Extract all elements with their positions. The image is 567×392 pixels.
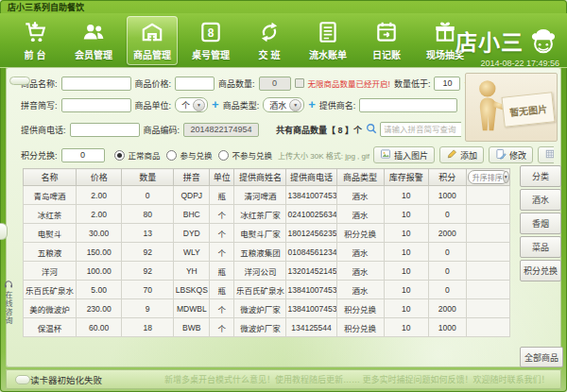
phone-label: 提供商电话: [21,124,66,136]
column-header[interactable]: 单位 [210,169,234,186]
sidebar-item-all-products[interactable]: 全部商品 [520,347,563,367]
radio-option-1[interactable] [166,150,177,161]
table-row[interactable]: 青岛啤酒2.000QDPJ瓶清河啤酒13841007453酒水101000 [24,186,510,205]
gift-icon [433,20,457,44]
table-row[interactable]: 美的微波炉230.009MDWBL个微波炉厂家13841007453积分兑换10… [24,299,510,318]
column-header[interactable]: 数量 [122,169,174,186]
window-title: 店小三系列自助餐饮 [8,3,84,12]
table-row[interactable]: 保温杯60.0018BWB个微波炉厂家134125544积分兑换101000 [24,318,510,337]
main-panel: 商品名称: 商品价格: 商品数量: 无限商品数量已经开启! 数量低于: 个报警 … [6,67,561,367]
table-cell: 024100256348 [286,205,336,224]
add-unit-icon[interactable]: + [212,99,219,111]
table-cell: YH [174,262,210,281]
supplier-input[interactable] [359,98,457,112]
sort-order-dropdown[interactable]: 升序排序▼ [468,170,508,184]
column-header[interactable]: 价格 [77,169,122,186]
points-label: 积分兑换: [21,149,58,162]
picture-button[interactable]: 插入图片 [373,146,435,163]
table-cell: 青岛啤酒 [24,186,77,205]
table-cell: 2.00 [77,205,122,224]
table-cell: 个 [210,224,234,243]
online-support-label: 在线咨询 [3,291,13,325]
form-collapse-handle[interactable] [9,77,30,85]
table-cell: 个 [210,299,234,318]
type-select[interactable]: 酒水 ▼ [263,97,304,112]
table-row[interactable]: 电熨斗30.0013DYD个电熨斗厂家180124562354积分兑换10200… [24,224,510,243]
shift-icon [257,20,282,44]
table-cell: 乐百氏矿泉水 [24,281,77,299]
sidebar-item-2[interactable]: 菜品 [520,236,561,258]
toolbar-item-label: 桌号管理 [192,47,230,61]
toolbar-item-bill[interactable]: 流水账单 [302,16,353,65]
product-table: 名称价格数量拼音单位提供商姓名提供商电话商品类型库存报警积分升序排序▼青岛啤酒2… [23,168,510,337]
unlimited-checkbox[interactable] [295,78,304,88]
column-header[interactable]: 商品类型 [336,169,384,186]
table-cell: 美的微波炉 [24,299,77,318]
table-cell: 10 [384,299,428,318]
toolbar-item-warehouse[interactable]: 商品管理 [127,16,178,65]
phone-input[interactable] [70,123,140,137]
toolbar-item-table-number[interactable]: 8桌号管理 [185,16,236,65]
column-header[interactable]: 积分 [428,169,466,186]
table-cell: 五粮液集团 [234,243,286,262]
table-cell: 乐百氏矿泉水 [234,281,286,299]
chevron-down-icon[interactable]: ▼ [193,99,205,111]
table-cell: WLY [174,243,210,262]
unit-select[interactable]: 个 ▼ [175,97,208,112]
sidebar-item-0[interactable]: 酒水 [520,189,561,211]
low-qty-input[interactable] [434,77,460,91]
column-header[interactable]: 拼音 [174,169,210,186]
table-cell: 0 [428,243,466,262]
online-support-tab[interactable]: 在线咨询 [2,280,14,325]
search-input[interactable] [380,122,461,137]
product-price-input[interactable] [175,77,215,91]
sidebar-item-1[interactable]: 香烟 [520,213,561,234]
points-input[interactable] [61,148,105,162]
table-row[interactable]: 乐百氏矿泉水5.0070LBSKQS瓶乐百氏矿泉水13841007453酒水10… [24,281,510,299]
add-type-icon[interactable]: + [308,99,316,111]
add-button[interactable]: 添加 [439,146,484,163]
bill-icon [316,20,340,44]
toolbar-item-journal[interactable]: 日记账 [361,16,412,65]
table-cell: 酒水 [336,262,384,281]
table-cell: 瓶 [210,186,234,205]
column-header[interactable]: 名称 [24,169,77,186]
radio-option-0[interactable] [114,150,125,161]
toolbar-item-cart[interactable]: 前 台 [9,16,60,65]
radio-option-2[interactable] [218,150,229,161]
side-panel-handle[interactable] [0,223,8,240]
table-cell: 13 [122,224,174,243]
table-cell: 150.00 [77,243,122,262]
statusbar-handle[interactable] [15,375,30,384]
add-icon [446,148,457,162]
table-row[interactable]: 冰红茶2.0080BHC个冰红茶厂家024100256348酒水100 [24,205,510,224]
delete-button[interactable]: 删除 [538,146,554,163]
table-cell: 洋河 [24,262,77,281]
table-cell-empty [466,243,509,262]
table-row[interactable]: 五粮液150.0092WLY个五粮液集团010845612345酒水100 [24,243,510,262]
chevron-down-icon[interactable]: ▼ [503,171,509,183]
low-qty-label: 数量低于: [394,77,431,90]
form-row-points: 积分兑换: 正常商品参与兑换不参与兑换 上传大小 30K 格式: jpg , g… [21,146,554,163]
type-label: 商品类型: [223,99,260,111]
sidebar-item-3[interactable]: 积分兑换 [520,260,561,281]
column-header[interactable]: 提供商姓名 [234,169,286,186]
chevron-down-icon[interactable]: ▼ [289,99,301,111]
table-cell: QDPJ [174,186,210,205]
table-row[interactable]: 洋河100.0092YH瓶洋河公司132014521454酒水100 [24,262,510,281]
pinyin-input[interactable] [61,98,131,112]
sidebar-item-category[interactable]: 分类 [520,165,561,187]
column-header[interactable]: 库存报警 [384,169,428,186]
edit-button[interactable]: 修改 [489,146,533,163]
column-header[interactable]: 提供商电话 [286,169,336,186]
product-name-input[interactable] [61,77,131,91]
toolbar-item-members[interactable]: 会员管理 [68,16,119,65]
table-cell: 132014521454 [286,262,336,281]
table-cell-empty [466,262,509,281]
table-cell: 酒水 [336,186,384,205]
table-cell: 10 [384,224,428,243]
delete-icon [544,148,554,162]
table-cell: 9 [122,299,174,318]
table-cell: MDWBL [174,299,210,318]
toolbar-item-shift[interactable]: 交 班 [244,16,295,65]
